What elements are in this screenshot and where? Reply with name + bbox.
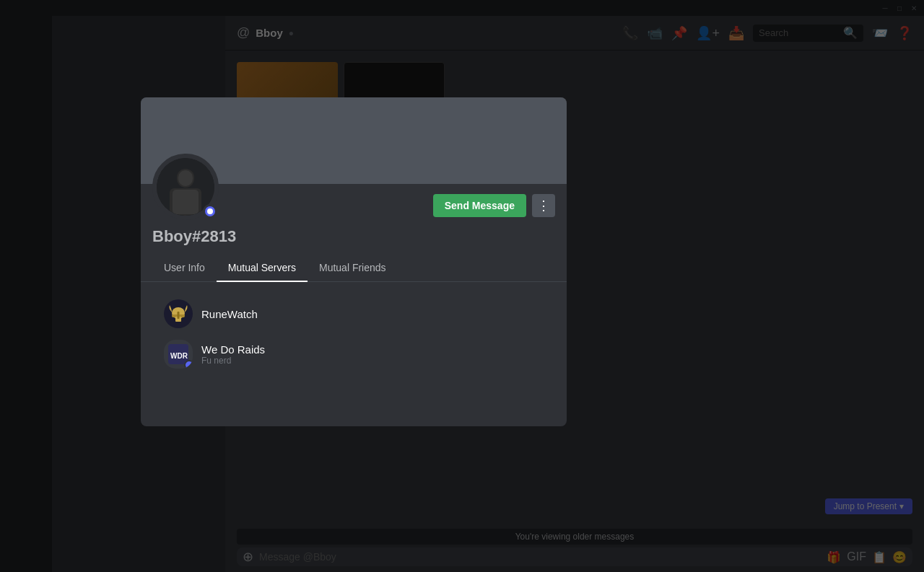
- tab-mutual-friends[interactable]: Mutual Friends: [308, 255, 398, 282]
- wdr-badge: [184, 360, 193, 369]
- svg-text:WDR: WDR: [170, 352, 188, 360]
- server-sub-wdr: Fu nerd: [201, 356, 265, 366]
- server-name-wdr: We Do Raids: [201, 343, 265, 356]
- server-info-runewatch: RuneWatch: [201, 308, 258, 320]
- more-options-button[interactable]: ⋮: [532, 194, 555, 217]
- discriminator-text: #2813: [192, 227, 236, 245]
- profile-modal: Send Message ⋮ Bboy#2813 User Info Mutua…: [141, 97, 567, 426]
- server-name-runewatch: RuneWatch: [201, 308, 258, 320]
- server-icon-runewatch: [164, 299, 193, 328]
- profile-tabs: User Info Mutual Servers Mutual Friends: [141, 255, 567, 282]
- svg-rect-8: [173, 190, 199, 214]
- server-info-wdr: We Do Raids Fu nerd: [201, 343, 265, 366]
- svg-rect-12: [178, 312, 180, 319]
- profile-banner: Send Message ⋮: [141, 97, 567, 184]
- server-icon-wdr: WDR: [164, 340, 193, 369]
- svg-rect-7: [178, 170, 193, 186]
- username-text: Bboy: [152, 227, 192, 245]
- status-indicator: [203, 204, 217, 219]
- tab-user-info[interactable]: User Info: [152, 255, 217, 282]
- tab-mutual-servers[interactable]: Mutual Servers: [217, 255, 308, 282]
- profile-username: Bboy#2813: [152, 227, 555, 246]
- send-message-button[interactable]: Send Message: [433, 194, 526, 217]
- server-item-runewatch[interactable]: RuneWatch: [152, 294, 555, 334]
- profile-avatar-container: [152, 154, 219, 220]
- server-item-we-do-raids[interactable]: WDR We Do Raids Fu nerd: [152, 334, 555, 374]
- profile-actions: Send Message ⋮: [433, 194, 555, 217]
- profile-body: RuneWatch WDR We Do Raids Fu nerd: [152, 282, 555, 426]
- status-dot: [207, 208, 213, 214]
- profile-info: Bboy#2813 User Info Mutual Servers Mutua…: [141, 184, 567, 426]
